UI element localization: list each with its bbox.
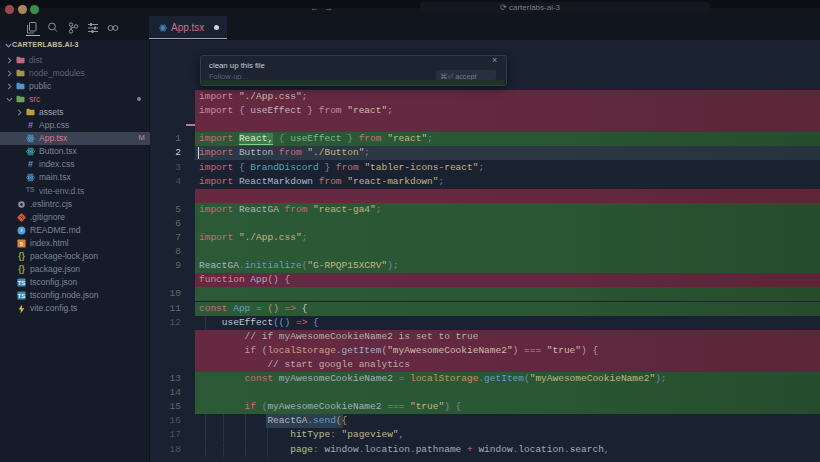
svg-text:TS: TS <box>18 279 26 286</box>
svg-text:TS: TS <box>18 292 26 299</box>
svg-text:5: 5 <box>20 239 24 246</box>
